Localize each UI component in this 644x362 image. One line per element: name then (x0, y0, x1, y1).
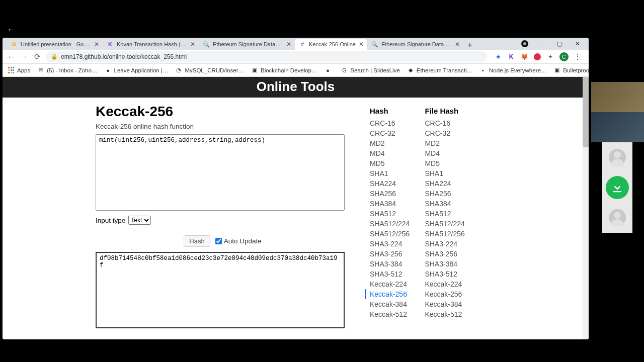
hash-link-md4[interactable]: MD4 (370, 148, 410, 158)
hash-link-sha512[interactable]: SHA512 (425, 209, 464, 219)
bookmark-8[interactable]: ▪Node.js Everywhere… (479, 67, 546, 74)
window-close[interactable]: ✕ (569, 40, 587, 47)
hash-link-sha256[interactable]: SHA256 (425, 189, 464, 199)
hash-output[interactable] (96, 252, 345, 328)
bookmark-star-icon[interactable]: ★ (494, 53, 502, 61)
hash-link-sha3-224[interactable]: SHA3-224 (370, 239, 410, 249)
input-type-label: Input type (96, 217, 125, 224)
bookmark-label: Search | SlidesLive (351, 67, 400, 73)
hash-link-md2[interactable]: MD2 (370, 138, 410, 148)
hash-link-keccak-384[interactable]: Keccak-384 (425, 299, 464, 309)
tab-2[interactable]: 🔍Ethereum Signature Database✕ (199, 39, 294, 50)
bookmark-label: Ethereum Transacti… (417, 67, 472, 73)
bookmark-6[interactable]: GSearch | SlidesLive (341, 67, 400, 74)
hash-link-sha3-224[interactable]: SHA3-224 (425, 239, 464, 249)
hash-input[interactable] (96, 134, 345, 211)
tab-close-icon[interactable]: ✕ (359, 41, 364, 48)
bookmark-9[interactable]: ▣Bulletproof node.js… (553, 67, 589, 74)
hash-link-crc-32[interactable]: CRC-32 (425, 128, 464, 138)
bookmark-7[interactable]: ◆Ethereum Transacti… (407, 67, 472, 74)
extension-red-icon[interactable] (533, 53, 541, 61)
hash-link-sha512-256[interactable]: SHA512/256 (370, 229, 410, 239)
new-tab-button[interactable]: + (463, 41, 476, 50)
tab-1[interactable]: KKovan Transaction Hash (Txhash✕ (103, 39, 198, 50)
hash-link-sha3-384[interactable]: SHA3-384 (370, 259, 410, 269)
hash-link-sha3-512[interactable]: SHA3-512 (370, 269, 410, 279)
hash-link-sha512-256[interactable]: SHA512/256 (425, 229, 464, 239)
filehash-column: File Hash CRC-16CRC-32MD2MD4MD5SHA1SHA22… (425, 107, 464, 330)
hash-link-sha224[interactable]: SHA224 (370, 178, 410, 189)
hash-link-keccak-224[interactable]: Keccak-224 (425, 279, 464, 289)
scrollbar[interactable] (583, 77, 589, 339)
participant-video-2[interactable] (591, 112, 644, 142)
hash-link-sha1[interactable]: SHA1 (370, 168, 410, 178)
hash-link-sha3-512[interactable]: SHA3-512 (425, 269, 464, 279)
hash-link-sha512-224[interactable]: SHA512/224 (370, 219, 410, 229)
hash-link-md5[interactable]: MD5 (370, 158, 410, 168)
hash-link-crc-16[interactable]: CRC-16 (425, 118, 464, 128)
input-type-select[interactable]: Text (128, 216, 151, 225)
hash-link-md5[interactable]: MD5 (425, 158, 464, 168)
participant-avatar-1[interactable] (602, 142, 632, 172)
hash-link-md4[interactable]: MD4 (425, 148, 464, 158)
hash-link-keccak-256[interactable]: Keccak-256 (365, 289, 410, 299)
nav-forward-icon[interactable]: → (20, 52, 29, 61)
extensions-puzzle-icon[interactable]: ✦ (546, 53, 554, 61)
nav-reload-icon[interactable]: ⟳ (33, 52, 42, 61)
metamask-icon[interactable]: 🦊 (520, 53, 528, 61)
tab-0[interactable]: GUntitled presentation - Google S✕ (7, 39, 102, 50)
hash-link-sha3-256[interactable]: SHA3-256 (425, 249, 464, 259)
tab-title: Untitled presentation - Google S (21, 41, 91, 47)
scrollbar-thumb[interactable] (583, 77, 589, 147)
bookmark-0[interactable]: Apps (8, 67, 30, 74)
tab-close-icon[interactable]: ✕ (286, 41, 291, 48)
bookmark-icon: ▣ (251, 67, 258, 74)
hash-button[interactable]: Hash (184, 235, 210, 247)
hash-link-keccak-512[interactable]: Keccak-512 (425, 309, 464, 319)
bookmark-1[interactable]: ✉(5) - Inbox - Zoho… (37, 67, 97, 74)
window-maximize[interactable]: ▢ (550, 40, 569, 47)
hash-link-sha256[interactable]: SHA256 (370, 189, 410, 199)
hash-link-sha512[interactable]: SHA512 (370, 209, 410, 219)
bookmark-3[interactable]: ◔MySQL_CRUD/inser… (175, 67, 244, 74)
hash-link-sha1[interactable]: SHA1 (425, 168, 464, 178)
participant-video-1[interactable] (591, 82, 644, 112)
tab-close-icon[interactable]: ✕ (190, 41, 195, 48)
page-subtitle: Keccak-256 online hash function (96, 123, 350, 130)
tab-close-icon[interactable]: ✕ (94, 41, 99, 48)
participant-icon[interactable] (602, 172, 632, 203)
auto-update-checkbox[interactable] (215, 238, 222, 244)
hash-link-crc-16[interactable]: CRC-16 (370, 118, 410, 128)
hash-link-sha512-224[interactable]: SHA512/224 (425, 219, 464, 229)
hash-link-keccak-224[interactable]: Keccak-224 (370, 279, 410, 289)
profile-avatar[interactable]: C (559, 52, 569, 61)
url-text: emn178.github.io/online-tools/keccak_256… (61, 53, 187, 60)
participant-avatar-2[interactable] (602, 203, 632, 233)
chrome-menu-icon[interactable]: ⋮ (574, 53, 582, 61)
hash-link-sha224[interactable]: SHA224 (425, 178, 464, 189)
hash-link-sha384[interactable]: SHA384 (370, 199, 410, 209)
tab-3[interactable]: #Keccak-256 Online✕ (295, 39, 367, 50)
hash-link-sha384[interactable]: SHA384 (425, 199, 464, 209)
hash-link-keccak-256[interactable]: Keccak-256 (425, 289, 464, 299)
window-minimize[interactable]: — (532, 40, 550, 47)
apps-icon (8, 67, 15, 74)
tab-4[interactable]: 🔍Ethereum Signature Database✕ (367, 39, 463, 50)
hash-link-keccak-512[interactable]: Keccak-512 (370, 309, 410, 319)
hash-link-sha3-256[interactable]: SHA3-256 (370, 249, 410, 259)
bookmark-5[interactable]: ● (325, 67, 334, 74)
tab-title: Ethereum Signature Database (213, 41, 283, 47)
nav-back-icon[interactable]: ← (7, 52, 16, 61)
bookmark-label: (5) - Inbox - Zoho… (47, 67, 97, 73)
bookmark-2[interactable]: ●Leave Application |… (105, 67, 169, 74)
url-field[interactable]: 🔒 emn178.github.io/online-tools/keccak_2… (46, 51, 487, 62)
hash-link-keccak-384[interactable]: Keccak-384 (370, 299, 410, 309)
bookmark-4[interactable]: ▣Blockchain Develop… (251, 67, 317, 74)
tab-close-icon[interactable]: ✕ (455, 41, 460, 48)
extension-icon-1[interactable]: K (507, 53, 515, 61)
outer-back-arrow[interactable]: ← (7, 25, 15, 34)
hash-link-sha3-384[interactable]: SHA3-384 (425, 259, 464, 269)
hash-link-md2[interactable]: MD2 (425, 138, 464, 148)
bookmark-label: Blockchain Develop… (261, 67, 317, 73)
hash-link-crc-32[interactable]: CRC-32 (370, 128, 410, 138)
